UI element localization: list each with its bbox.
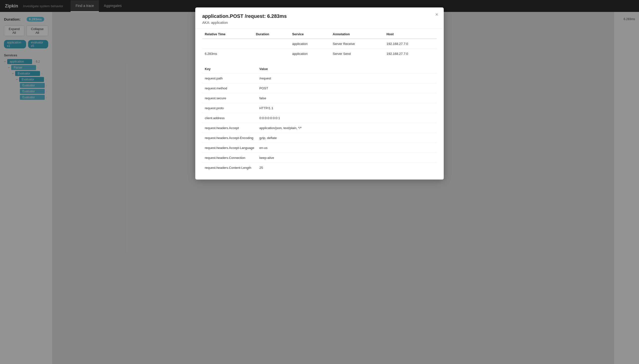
- cell-host: 192.168.27.7:0: [384, 49, 437, 59]
- kv-row: request.proto HTTP/1.1: [202, 103, 437, 113]
- kv-row: request.secure false: [202, 93, 437, 103]
- cell-duration: [253, 49, 290, 59]
- col-annotation: Annotation: [330, 29, 384, 39]
- modal-body: Relative Time Duration Service Annotatio…: [195, 29, 444, 180]
- annotations-table: Relative Time Duration Service Annotatio…: [202, 29, 437, 58]
- kv-key-2: request.secure: [205, 96, 259, 100]
- kv-val-header: Value: [259, 67, 268, 71]
- kv-val-1: POST: [259, 86, 268, 90]
- kv-key-5: request.headers.Accept: [205, 126, 259, 130]
- kv-row: request.path /request: [202, 73, 437, 83]
- table-row: 6.283ms application Server Send 192.168.…: [202, 49, 437, 59]
- cell-service: application: [290, 49, 330, 59]
- kv-key-3: request.proto: [205, 106, 259, 110]
- col-duration: Duration: [253, 29, 290, 39]
- kv-row: request.headers.Accept application/json,…: [202, 123, 437, 133]
- kv-header: Key Value: [202, 64, 437, 73]
- table-row: application Server Receive 192.168.27.7:…: [202, 39, 437, 49]
- kv-val-5: application/json, text/plain, */*: [259, 126, 302, 130]
- kv-key-8: request.headers.Connection: [205, 156, 259, 160]
- kv-val-9: 25: [259, 166, 263, 170]
- kv-val-2: false: [259, 96, 266, 100]
- cell-annotation: Server Receive: [330, 39, 384, 49]
- kv-row: request.headers.Connection keep-alive: [202, 153, 437, 163]
- kv-key-0: request.path: [205, 76, 259, 80]
- kv-val-3: HTTP/1.1: [259, 106, 273, 110]
- modal-subtitle: AKA: application: [202, 20, 437, 24]
- kv-row: request.headers.Accept-Language en-us: [202, 143, 437, 153]
- kv-key-6: request.headers.Accept-Encoding: [205, 136, 259, 140]
- cell-service: application: [290, 39, 330, 49]
- kv-val-0: /request: [259, 76, 271, 80]
- cell-relative-time: 6.283ms: [202, 49, 253, 59]
- kv-row: request.headers.Content-Length 25: [202, 163, 437, 172]
- modal-title: application.POST /request: 6.283ms: [202, 14, 437, 19]
- kv-row: request.method POST: [202, 83, 437, 93]
- kv-key-7: request.headers.Accept-Language: [205, 146, 259, 150]
- kv-row: request.headers.Accept-Encoding gzip, de…: [202, 133, 437, 143]
- col-service: Service: [290, 29, 330, 39]
- col-relative-time: Relative Time: [202, 29, 253, 39]
- cell-duration: [253, 39, 290, 49]
- kv-row: client.address 0:0:0:0:0:0:0:1: [202, 113, 437, 123]
- kv-val-7: en-us: [259, 146, 268, 150]
- modal-dialog: application.POST /request: 6.283ms AKA: …: [195, 8, 444, 180]
- kv-val-8: keep-alive: [259, 156, 274, 160]
- kv-key-4: client.address: [205, 116, 259, 120]
- cell-host: 192.168.27.7:0: [384, 39, 437, 49]
- kv-section: Key Value request.path /request request.…: [202, 64, 437, 172]
- cell-relative-time: [202, 39, 253, 49]
- modal-close-button[interactable]: ×: [435, 12, 438, 17]
- modal-overlay[interactable]: application.POST /request: 6.283ms AKA: …: [0, 0, 639, 364]
- modal-header: application.POST /request: 6.283ms AKA: …: [195, 8, 444, 29]
- kv-key-header: Key: [205, 67, 259, 71]
- kv-val-6: gzip, deflate: [259, 136, 277, 140]
- kv-key-9: request.headers.Content-Length: [205, 166, 259, 170]
- kv-key-1: request.method: [205, 86, 259, 90]
- kv-val-4: 0:0:0:0:0:0:0:1: [259, 116, 280, 120]
- cell-annotation: Server Send: [330, 49, 384, 59]
- col-host: Host: [384, 29, 437, 39]
